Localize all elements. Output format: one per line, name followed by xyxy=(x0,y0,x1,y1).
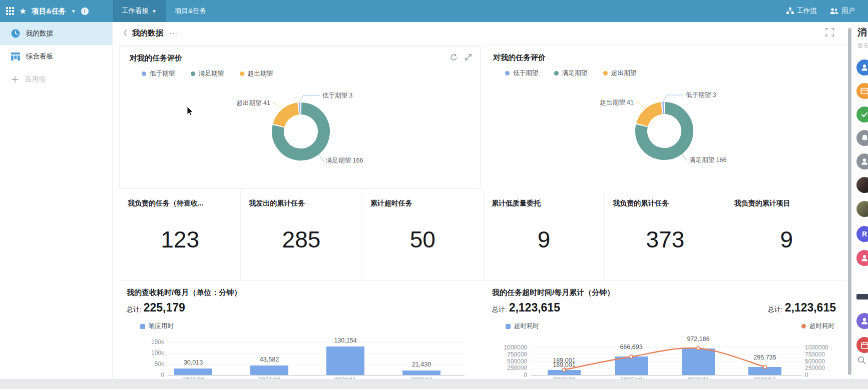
workflow-link[interactable]: 工作流 xyxy=(786,6,817,16)
sidebar: 我的数据 综合看板 应用项 xyxy=(0,22,113,379)
donut-segment-超出期望[interactable] xyxy=(642,108,662,124)
avatar[interactable] xyxy=(856,83,868,99)
bar[interactable] xyxy=(615,356,648,375)
stat-card: 我负责的任务（待查收...123 xyxy=(120,190,240,280)
apps-grid-icon[interactable] xyxy=(6,7,14,15)
sidebar-item-add-app[interactable]: 应用项 xyxy=(0,68,112,91)
stat-value: 9 xyxy=(726,226,847,253)
legend-label: 超出期望 xyxy=(248,70,273,78)
donut-segment-超出期望[interactable] xyxy=(279,108,298,125)
stat-value: 9 xyxy=(484,226,604,253)
x-axis-line xyxy=(168,375,465,376)
stat-card: 累计超时任务50 xyxy=(362,190,483,280)
stat-card: 我负责的累计任务373 xyxy=(604,190,725,280)
collapse-sidebar-icon[interactable]: 《 xyxy=(120,28,126,38)
page-header: 《 我的数据 ··· xyxy=(113,22,847,44)
sidebar-item-label: 应用项 xyxy=(25,75,46,84)
avatar[interactable] xyxy=(856,337,868,353)
legend-swatch xyxy=(603,71,608,76)
refresh-icon[interactable] xyxy=(450,54,458,61)
legend-item[interactable]: 超出期望 xyxy=(240,70,273,78)
overtime-line-series xyxy=(483,281,847,379)
avatar-photo[interactable] xyxy=(856,177,868,193)
legend-item[interactable]: 满足期望 xyxy=(554,69,587,78)
sidebar-item-label: 综合看板 xyxy=(26,52,53,61)
users-link[interactable]: 用户 xyxy=(830,6,855,16)
y-axis-tick: 100k xyxy=(139,350,164,356)
stat-title: 我发出的累计任务 xyxy=(249,199,352,208)
bar[interactable] xyxy=(748,367,781,375)
legend-item[interactable]: 超出期望 xyxy=(603,69,636,78)
y-axis-tick-right: 750000 xyxy=(805,351,839,358)
bottom-strip xyxy=(0,379,868,389)
callout-label: 满足期望 166 xyxy=(689,156,726,164)
info-icon[interactable]: i xyxy=(81,8,89,15)
mini-app-badge[interactable] xyxy=(856,294,868,300)
avatar[interactable] xyxy=(856,106,868,122)
bar-plot: 150k100k50k030,0132020/0943,5822020/1013… xyxy=(119,281,481,379)
bar[interactable] xyxy=(402,370,441,375)
avatar[interactable] xyxy=(856,154,868,170)
sidebar-item-label: 我的数据 xyxy=(26,29,53,38)
expand-icon[interactable] xyxy=(465,54,472,61)
avatar-photo[interactable] xyxy=(856,201,868,217)
bar[interactable] xyxy=(174,368,212,375)
chevron-down-icon[interactable]: ▼ xyxy=(71,8,76,14)
stat-title: 我负责的累计项目 xyxy=(734,199,838,208)
bar[interactable] xyxy=(682,348,715,375)
sidebar-item-dashboard[interactable]: 综合看板 xyxy=(0,45,112,68)
panel-title: 消 xyxy=(857,26,867,39)
avatar[interactable] xyxy=(856,313,868,329)
gridline xyxy=(169,353,464,354)
avatar[interactable] xyxy=(856,130,868,146)
tab-work-board[interactable]: 工作看板 ▼ xyxy=(113,0,166,22)
bar[interactable] xyxy=(548,370,581,375)
avatar[interactable] xyxy=(856,60,868,76)
legend-swatch xyxy=(142,72,146,76)
stat-value: 50 xyxy=(362,226,483,253)
tab-label: 项目&任务 xyxy=(175,6,206,16)
legend-label: 超出期望 xyxy=(611,69,636,78)
app-switcher-area: ★ 项目&任务 ▼ i xyxy=(0,6,113,16)
bar[interactable] xyxy=(326,346,364,375)
search-icon[interactable] xyxy=(857,356,866,366)
callout-label: 低于期望 3 xyxy=(686,92,716,98)
bar[interactable] xyxy=(250,366,288,375)
y-axis-tick-left: 250000 xyxy=(493,364,527,372)
avatar[interactable] xyxy=(856,250,868,266)
legend-item[interactable]: 满足期望 xyxy=(191,70,224,78)
panel-empty-text: 暂无 xyxy=(857,42,868,50)
callout-leader-line xyxy=(663,95,683,102)
stat-value: 123 xyxy=(120,226,240,253)
star-icon[interactable]: ★ xyxy=(19,7,27,16)
tab-project-task[interactable]: 项目&任务 xyxy=(166,0,215,22)
stat-card: 累计低质量委托9 xyxy=(483,190,604,280)
callout-label: 超出期望 41 xyxy=(600,99,634,106)
y-axis-tick-right: 250000 xyxy=(805,364,839,372)
y-axis-tick-left: 750000 xyxy=(493,351,527,358)
callout-label: 超出期望 41 xyxy=(237,100,270,106)
legend-label: 低于期望 xyxy=(150,70,175,78)
y-axis-tick-right: 1000000 xyxy=(805,344,839,351)
stat-title: 我负责的累计任务 xyxy=(613,199,716,208)
sidebar-item-my-data[interactable]: 我的数据 xyxy=(0,22,112,45)
avatar[interactable]: R xyxy=(856,226,868,242)
legend-label: 低于期望 xyxy=(513,69,538,78)
vertical-scrollbar[interactable] xyxy=(848,28,851,375)
legend-swatch xyxy=(240,72,244,76)
fullscreen-icon[interactable] xyxy=(825,28,834,38)
y-axis-tick-left: 0 xyxy=(493,372,527,378)
bar-value-label: 30,013 xyxy=(168,359,218,366)
callout-leader-line xyxy=(636,102,646,109)
legend-label: 满足期望 xyxy=(199,70,224,78)
clock-icon xyxy=(11,29,20,38)
y-axis-tick: 0 xyxy=(139,372,164,378)
chart-card-task-evaluation-1: 对我的任务评价 低于期望满足期望超出期望 低于期望 3满足期望 166超出期望 … xyxy=(119,46,481,188)
bar-value-label: 295,735 xyxy=(740,354,790,361)
legend-item[interactable]: 低于期望 xyxy=(505,69,538,78)
stat-value: 373 xyxy=(605,226,725,253)
plus-icon xyxy=(11,76,19,84)
legend-item[interactable]: 低于期望 xyxy=(142,70,175,78)
app-title[interactable]: 项目&任务 xyxy=(32,6,66,16)
more-menu[interactable]: ··· xyxy=(169,29,178,37)
